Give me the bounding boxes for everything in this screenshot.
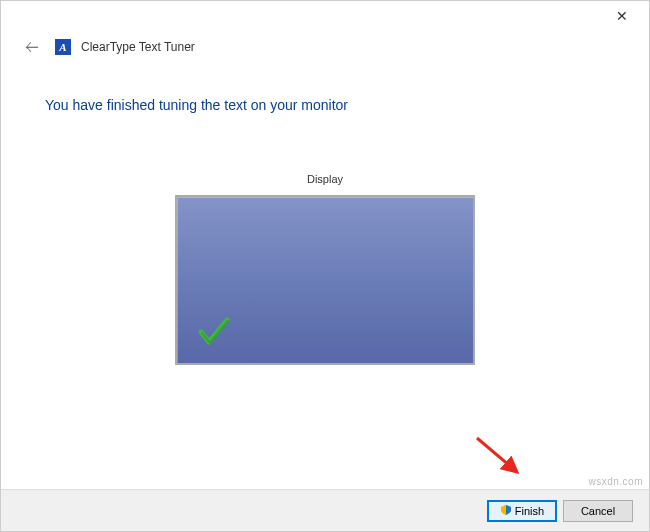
app-icon: A [55, 39, 71, 55]
content-area: You have finished tuning the text on you… [1, 67, 649, 365]
svg-line-0 [477, 438, 517, 472]
watermark: wsxdn.com [588, 476, 643, 487]
display-section: Display [45, 173, 605, 365]
display-label: Display [45, 173, 605, 185]
cancel-button[interactable]: Cancel [563, 500, 633, 522]
shield-icon [500, 504, 512, 518]
footer: Finish Cancel [1, 489, 649, 531]
page-title: You have finished tuning the text on you… [45, 97, 605, 113]
checkmark-icon [195, 312, 233, 353]
header: 🡠 A ClearType Text Tuner [1, 31, 649, 67]
finish-button[interactable]: Finish [487, 500, 557, 522]
back-arrow-icon[interactable]: 🡠 [19, 37, 45, 57]
finish-button-label: Finish [515, 505, 544, 517]
dialog-window: ✕ 🡠 A ClearType Text Tuner You have fini… [0, 0, 650, 532]
annotation-arrow-icon [469, 430, 529, 483]
cancel-button-label: Cancel [581, 505, 615, 517]
titlebar: ✕ [1, 1, 649, 31]
monitor-preview[interactable] [175, 195, 475, 365]
app-title: ClearType Text Tuner [81, 40, 195, 54]
close-icon[interactable]: ✕ [607, 8, 637, 24]
